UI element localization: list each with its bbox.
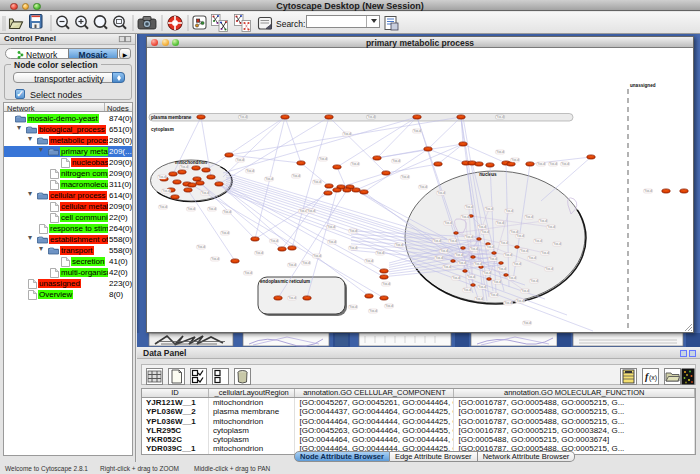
svg-text:Yxx-d: Yxx-d: [516, 299, 524, 303]
svg-text:Yxx-d: Yxx-d: [392, 159, 400, 163]
svg-text:Yxx-d: Yxx-d: [511, 158, 519, 162]
svg-text:Yxx-d: Yxx-d: [534, 239, 542, 243]
svg-text:Yxx-d: Yxx-d: [478, 225, 486, 229]
svg-text:Yxx-d: Yxx-d: [521, 289, 529, 293]
svg-text:Yxx-d: Yxx-d: [180, 165, 188, 169]
svg-text:Yxx-d: Yxx-d: [516, 234, 524, 238]
svg-text:Yxx-d: Yxx-d: [158, 175, 166, 179]
svg-text:Yxx-d: Yxx-d: [444, 221, 452, 225]
svg-text:Yxx-d: Yxx-d: [236, 158, 244, 162]
svg-text:Yxx-d: Yxx-d: [547, 225, 555, 229]
svg-text:Yxx-d: Yxx-d: [486, 245, 494, 249]
svg-text:plasma membrane: plasma membrane: [151, 115, 192, 120]
svg-text:Yxx-d: Yxx-d: [537, 162, 545, 166]
svg-text:Yxx-d: Yxx-d: [307, 209, 315, 213]
svg-text:Yxx-d: Yxx-d: [443, 265, 451, 269]
svg-text:Yxx-d: Yxx-d: [382, 282, 390, 286]
svg-text:Yxx-d: Yxx-d: [197, 245, 205, 249]
svg-text:Yxx-d: Yxx-d: [437, 191, 445, 195]
svg-text:Yxx-d: Yxx-d: [343, 132, 351, 136]
svg-text:Yxx-d: Yxx-d: [413, 129, 421, 133]
svg-text:Yxx-d: Yxx-d: [449, 239, 457, 243]
svg-text:Yxx-d: Yxx-d: [493, 280, 501, 284]
svg-text:Yxx-d: Yxx-d: [520, 249, 528, 253]
svg-text:Yxx-d: Yxx-d: [455, 253, 463, 257]
svg-text:Yxx-d: Yxx-d: [401, 175, 409, 179]
svg-text:Yxx-d: Yxx-d: [313, 180, 321, 184]
svg-text:Yxx-d: Yxx-d: [513, 262, 521, 266]
svg-text:Yxx-d: Yxx-d: [500, 241, 508, 245]
svg-text:endoplasmic reticulum: endoplasmic reticulum: [260, 279, 310, 284]
svg-text:Yxx-d: Yxx-d: [541, 251, 549, 255]
svg-text:Yxx-d: Yxx-d: [367, 115, 375, 119]
svg-text:Yxx-d: Yxx-d: [481, 230, 489, 234]
svg-text:Yxx-d: Yxx-d: [504, 253, 512, 257]
svg-text:Yxx-d: Yxx-d: [530, 279, 538, 283]
svg-text:Yxx-d: Yxx-d: [313, 254, 321, 258]
svg-text:Yxx-d: Yxx-d: [545, 267, 553, 271]
svg-text:Yxx-d: Yxx-d: [496, 150, 504, 154]
svg-text:Yxx-d: Yxx-d: [246, 169, 254, 173]
svg-text:Yxx-d: Yxx-d: [483, 271, 491, 275]
svg-text:Yxx-d: Yxx-d: [395, 243, 403, 247]
svg-text:unassigned: unassigned: [630, 83, 656, 88]
svg-text:Yxx-d: Yxx-d: [162, 189, 170, 193]
svg-text:Yxx-d: Yxx-d: [365, 259, 373, 263]
svg-text:Yxx-d: Yxx-d: [299, 209, 307, 213]
svg-text:Yxx-d: Yxx-d: [475, 297, 483, 301]
svg-text:Yxx-d: Yxx-d: [465, 205, 473, 209]
svg-text:(x): (x): [649, 374, 657, 382]
svg-text:Yxx-d: Yxx-d: [223, 210, 231, 214]
svg-text:Yxx-d: Yxx-d: [288, 263, 296, 267]
svg-text:Yxx-d: Yxx-d: [496, 115, 504, 119]
svg-text:Yxx-d: Yxx-d: [159, 205, 167, 209]
svg-text:nucleus: nucleus: [479, 172, 497, 177]
svg-text:Yxx-d: Yxx-d: [419, 185, 427, 189]
svg-text:Yxx-d: Yxx-d: [452, 276, 460, 280]
svg-text:Yxx-d: Yxx-d: [265, 177, 273, 181]
svg-text:Yxx-d: Yxx-d: [349, 305, 357, 309]
svg-text:Yxx-d: Yxx-d: [187, 207, 195, 211]
svg-text:Yxx-d: Yxx-d: [270, 239, 278, 243]
svg-text:Yxx-d: Yxx-d: [239, 115, 247, 119]
svg-text:Yxx-d: Yxx-d: [302, 261, 310, 265]
svg-text:Yxx-d: Yxx-d: [458, 261, 466, 265]
svg-text:Yxx-d: Yxx-d: [288, 296, 296, 300]
svg-text:Yxx-d: Yxx-d: [553, 242, 561, 246]
svg-text:Yxx-d: Yxx-d: [463, 288, 471, 292]
svg-text:Yxx-d: Yxx-d: [461, 215, 469, 219]
svg-text:Yxx-d: Yxx-d: [523, 321, 531, 325]
svg-text:Yxx-d: Yxx-d: [327, 225, 335, 229]
svg-text:Yxx-d: Yxx-d: [644, 189, 652, 193]
svg-text:Yxx-d: Yxx-d: [470, 247, 478, 251]
svg-text:Yxx-d: Yxx-d: [349, 246, 357, 250]
svg-text:Yxx-d: Yxx-d: [255, 251, 263, 255]
svg-text:Yxx-d: Yxx-d: [508, 276, 516, 280]
svg-text:Yxx-d: Yxx-d: [211, 257, 219, 261]
svg-text:Yxx-d: Yxx-d: [376, 251, 384, 255]
svg-text:Yxx-d: Yxx-d: [440, 249, 448, 253]
svg-text:Yxx-d: Yxx-d: [561, 162, 569, 166]
svg-text:Yxx-d: Yxx-d: [433, 239, 441, 243]
svg-text:Yxx-d: Yxx-d: [549, 162, 557, 166]
svg-text:Yxx-d: Yxx-d: [525, 215, 533, 219]
svg-text:Yxx-d: Yxx-d: [369, 309, 377, 313]
svg-text:Yxx-d: Yxx-d: [244, 271, 252, 275]
svg-text:Yxx-d: Yxx-d: [208, 207, 216, 211]
svg-text:Yxx-d: Yxx-d: [349, 229, 357, 233]
svg-text:Yxx-d: Yxx-d: [539, 219, 547, 223]
svg-text:Yxx-d: Yxx-d: [328, 240, 336, 244]
svg-text:Yxx-d: Yxx-d: [385, 304, 393, 308]
svg-text:Yxx-d: Yxx-d: [292, 174, 300, 178]
svg-text:Yxx-d: Yxx-d: [496, 221, 504, 225]
svg-text:Yxx-d: Yxx-d: [467, 275, 475, 279]
svg-text:Yxx-d: Yxx-d: [221, 231, 229, 235]
svg-text:Yxx-d: Yxx-d: [474, 262, 482, 266]
svg-text:Yxx-d: Yxx-d: [351, 162, 359, 166]
svg-text:Yxx-d: Yxx-d: [498, 267, 506, 271]
svg-text:Yxx-d: Yxx-d: [528, 256, 536, 260]
svg-text:Yxx-d: Yxx-d: [478, 285, 486, 289]
svg-text:cytoplasm: cytoplasm: [151, 127, 174, 132]
svg-text:Yxx-d: Yxx-d: [435, 256, 443, 260]
svg-text:Yxx-d: Yxx-d: [504, 301, 512, 305]
